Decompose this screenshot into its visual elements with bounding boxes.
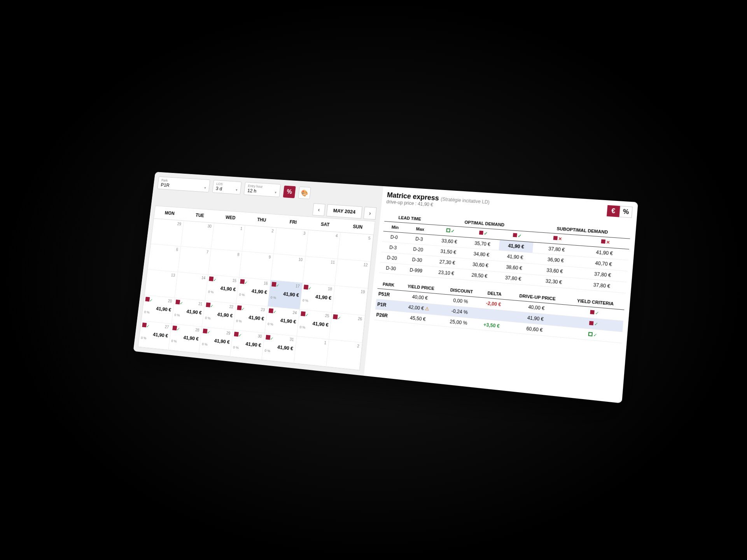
prev-month-button[interactable]: ‹ [312, 203, 325, 216]
park-select[interactable]: Park P1R [157, 176, 210, 192]
calendar-cell[interactable]: 27✓41,90 €0 % [138, 321, 171, 350]
weekday-header: THU [245, 212, 278, 227]
calendar-cell[interactable]: 14 [175, 272, 208, 301]
calendar-cell[interactable]: 17✓41,90 €0 % [268, 280, 303, 310]
los-value: 3 d [215, 185, 238, 192]
calendar-cell[interactable]: 19 [332, 286, 368, 316]
calendar-cell[interactable]: 10 [271, 254, 305, 283]
calendar-cell[interactable]: 22✓41,90 €0 % [202, 301, 236, 330]
matrix-table: LEAD TIME OPTIMAL DEMAND SUBOPTIMAL DEMA… [379, 212, 631, 293]
percent-button[interactable]: % [283, 185, 296, 198]
app-card: Park P1R LOS 3 d Entry hour 12 h % 🎨 ‹ M… [133, 172, 638, 403]
percent-toggle[interactable]: % [619, 206, 633, 218]
weekday-header: SUN [341, 219, 375, 235]
next-month-button[interactable]: › [363, 206, 376, 219]
calendar-cell[interactable]: 2 [242, 225, 276, 254]
calendar-cell[interactable]: 18✓41,90 €0 % [299, 283, 335, 312]
calendar-cell[interactable]: 12 [335, 259, 371, 288]
entry-select[interactable]: Entry hour 12 h [243, 182, 280, 197]
min-header: Min [383, 221, 407, 233]
palette-button[interactable]: 🎨 [298, 186, 311, 199]
calendar-cell[interactable]: 6 [147, 244, 180, 272]
calendar-cell[interactable]: 5 [338, 232, 373, 262]
calendar-cell[interactable]: 1 [211, 223, 245, 251]
unit-toggle: € % [607, 205, 633, 218]
calendar-grid: MONTUEWEDTHUFRISATSUN2930123456789101112… [138, 206, 375, 371]
euro-toggle[interactable]: € [607, 205, 620, 217]
calendar-cell[interactable]: 4 [305, 230, 340, 259]
calendar-cell[interactable]: 7 [178, 246, 211, 275]
calendar-cell[interactable]: 1 [294, 336, 329, 366]
calendar-cell[interactable]: 29 [150, 218, 184, 246]
calendar-cell[interactable]: 3 [273, 228, 308, 256]
calendar-cell[interactable]: 30 [181, 221, 214, 249]
calendar-cell[interactable]: 21✓41,90 €0 % [171, 298, 205, 327]
weekday-header: WED [214, 210, 247, 225]
los-select[interactable]: LOS 3 d [212, 180, 241, 194]
calendar-cell[interactable]: 23✓41,90 €0 % [233, 304, 268, 333]
calendar-cell[interactable]: 15✓41,90 €0 % [205, 275, 239, 304]
calendar-cell[interactable]: 20✓41,90 €0 % [141, 295, 175, 324]
calendar-cell[interactable]: 24✓41,90 €0 % [264, 307, 299, 336]
calendar-cell[interactable]: 26✓ [329, 312, 365, 343]
right-pane: Matrice express (Stratégie incitative LD… [364, 186, 638, 403]
weekday-header: MON [154, 206, 185, 221]
calendar-cell[interactable]: 9 [239, 251, 273, 280]
calendar-cell[interactable]: 11 [303, 256, 338, 285]
calendar-cell[interactable]: 13 [144, 269, 177, 298]
left-pane: Park P1R LOS 3 d Entry hour 12 h % 🎨 ‹ M… [133, 172, 383, 376]
weekday-header: SAT [308, 217, 342, 232]
calendar-cell[interactable]: 31✓41,90 €0 % [262, 333, 297, 363]
calendar-cell[interactable]: 25✓41,90 €0 % [297, 309, 332, 339]
month-label: MAY 2024 [326, 204, 362, 218]
calendar-cell[interactable]: 16✓41,90 €0 % [236, 277, 271, 307]
weekday-header: TUE [184, 208, 216, 223]
calendar-cell[interactable]: 28✓41,90 €0 % [168, 324, 202, 353]
weekday-header: FRI [276, 215, 310, 230]
calendar-cell[interactable]: 30✓41,90 €0 % [230, 330, 265, 360]
calendar-cell[interactable]: 2 [326, 339, 362, 370]
calendar-cell[interactable]: 29✓41,90 €0 % [199, 327, 233, 356]
calendar-cell[interactable]: 8 [208, 249, 242, 277]
